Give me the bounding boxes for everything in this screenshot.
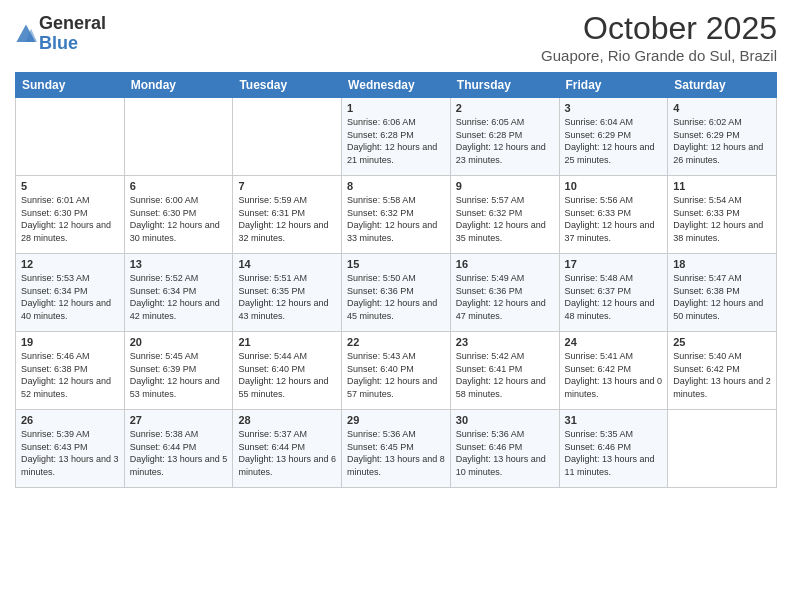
day-number: 6 xyxy=(130,180,228,192)
calendar-table: Sunday Monday Tuesday Wednesday Thursday… xyxy=(15,72,777,488)
cell-5-3: 28Sunrise: 5:37 AM Sunset: 6:44 PM Dayli… xyxy=(233,410,342,488)
day-number: 25 xyxy=(673,336,771,348)
cell-5-6: 31Sunrise: 5:35 AM Sunset: 6:46 PM Dayli… xyxy=(559,410,668,488)
cell-1-1 xyxy=(16,98,125,176)
logo-icon xyxy=(15,23,37,45)
day-info: Sunrise: 5:40 AM Sunset: 6:42 PM Dayligh… xyxy=(673,350,771,400)
cell-4-6: 24Sunrise: 5:41 AM Sunset: 6:42 PM Dayli… xyxy=(559,332,668,410)
cell-2-2: 6Sunrise: 6:00 AM Sunset: 6:30 PM Daylig… xyxy=(124,176,233,254)
cell-2-6: 10Sunrise: 5:56 AM Sunset: 6:33 PM Dayli… xyxy=(559,176,668,254)
cell-4-3: 21Sunrise: 5:44 AM Sunset: 6:40 PM Dayli… xyxy=(233,332,342,410)
day-number: 4 xyxy=(673,102,771,114)
cell-5-5: 30Sunrise: 5:36 AM Sunset: 6:46 PM Dayli… xyxy=(450,410,559,488)
cell-4-2: 20Sunrise: 5:45 AM Sunset: 6:39 PM Dayli… xyxy=(124,332,233,410)
day-info: Sunrise: 5:45 AM Sunset: 6:39 PM Dayligh… xyxy=(130,350,228,400)
cell-5-2: 27Sunrise: 5:38 AM Sunset: 6:44 PM Dayli… xyxy=(124,410,233,488)
col-sunday: Sunday xyxy=(16,73,125,98)
col-tuesday: Tuesday xyxy=(233,73,342,98)
day-number: 20 xyxy=(130,336,228,348)
day-info: Sunrise: 5:53 AM Sunset: 6:34 PM Dayligh… xyxy=(21,272,119,322)
day-number: 24 xyxy=(565,336,663,348)
day-info: Sunrise: 6:02 AM Sunset: 6:29 PM Dayligh… xyxy=(673,116,771,166)
cell-1-6: 3Sunrise: 6:04 AM Sunset: 6:29 PM Daylig… xyxy=(559,98,668,176)
cell-1-3 xyxy=(233,98,342,176)
day-info: Sunrise: 5:38 AM Sunset: 6:44 PM Dayligh… xyxy=(130,428,228,478)
day-number: 11 xyxy=(673,180,771,192)
cell-3-7: 18Sunrise: 5:47 AM Sunset: 6:38 PM Dayli… xyxy=(668,254,777,332)
week-row-1: 1Sunrise: 6:06 AM Sunset: 6:28 PM Daylig… xyxy=(16,98,777,176)
day-number: 7 xyxy=(238,180,336,192)
logo-general: General xyxy=(39,13,106,33)
calendar-body: 1Sunrise: 6:06 AM Sunset: 6:28 PM Daylig… xyxy=(16,98,777,488)
day-number: 12 xyxy=(21,258,119,270)
day-number: 30 xyxy=(456,414,554,426)
cell-1-7: 4Sunrise: 6:02 AM Sunset: 6:29 PM Daylig… xyxy=(668,98,777,176)
calendar-container: General Blue October 2025 Guapore, Rio G… xyxy=(0,0,792,498)
cell-3-3: 14Sunrise: 5:51 AM Sunset: 6:35 PM Dayli… xyxy=(233,254,342,332)
day-number: 17 xyxy=(565,258,663,270)
day-number: 26 xyxy=(21,414,119,426)
day-number: 16 xyxy=(456,258,554,270)
col-wednesday: Wednesday xyxy=(342,73,451,98)
day-number: 21 xyxy=(238,336,336,348)
day-info: Sunrise: 5:54 AM Sunset: 6:33 PM Dayligh… xyxy=(673,194,771,244)
week-row-4: 19Sunrise: 5:46 AM Sunset: 6:38 PM Dayli… xyxy=(16,332,777,410)
day-number: 29 xyxy=(347,414,445,426)
day-info: Sunrise: 5:36 AM Sunset: 6:46 PM Dayligh… xyxy=(456,428,554,478)
day-info: Sunrise: 5:56 AM Sunset: 6:33 PM Dayligh… xyxy=(565,194,663,244)
cell-4-7: 25Sunrise: 5:40 AM Sunset: 6:42 PM Dayli… xyxy=(668,332,777,410)
day-info: Sunrise: 6:04 AM Sunset: 6:29 PM Dayligh… xyxy=(565,116,663,166)
week-row-3: 12Sunrise: 5:53 AM Sunset: 6:34 PM Dayli… xyxy=(16,254,777,332)
day-number: 3 xyxy=(565,102,663,114)
day-info: Sunrise: 5:48 AM Sunset: 6:37 PM Dayligh… xyxy=(565,272,663,322)
day-info: Sunrise: 6:06 AM Sunset: 6:28 PM Dayligh… xyxy=(347,116,445,166)
title-block: October 2025 Guapore, Rio Grande do Sul,… xyxy=(541,10,777,64)
day-info: Sunrise: 6:00 AM Sunset: 6:30 PM Dayligh… xyxy=(130,194,228,244)
day-number: 10 xyxy=(565,180,663,192)
header: General Blue October 2025 Guapore, Rio G… xyxy=(15,10,777,64)
cell-4-5: 23Sunrise: 5:42 AM Sunset: 6:41 PM Dayli… xyxy=(450,332,559,410)
day-info: Sunrise: 5:50 AM Sunset: 6:36 PM Dayligh… xyxy=(347,272,445,322)
day-number: 22 xyxy=(347,336,445,348)
day-info: Sunrise: 5:41 AM Sunset: 6:42 PM Dayligh… xyxy=(565,350,663,400)
cell-1-4: 1Sunrise: 6:06 AM Sunset: 6:28 PM Daylig… xyxy=(342,98,451,176)
cell-1-5: 2Sunrise: 6:05 AM Sunset: 6:28 PM Daylig… xyxy=(450,98,559,176)
day-info: Sunrise: 5:36 AM Sunset: 6:45 PM Dayligh… xyxy=(347,428,445,478)
cell-5-7 xyxy=(668,410,777,488)
week-row-2: 5Sunrise: 6:01 AM Sunset: 6:30 PM Daylig… xyxy=(16,176,777,254)
day-info: Sunrise: 6:05 AM Sunset: 6:28 PM Dayligh… xyxy=(456,116,554,166)
day-info: Sunrise: 5:43 AM Sunset: 6:40 PM Dayligh… xyxy=(347,350,445,400)
cell-2-7: 11Sunrise: 5:54 AM Sunset: 6:33 PM Dayli… xyxy=(668,176,777,254)
calendar-header: Sunday Monday Tuesday Wednesday Thursday… xyxy=(16,73,777,98)
day-info: Sunrise: 5:52 AM Sunset: 6:34 PM Dayligh… xyxy=(130,272,228,322)
day-number: 1 xyxy=(347,102,445,114)
day-number: 14 xyxy=(238,258,336,270)
day-info: Sunrise: 5:51 AM Sunset: 6:35 PM Dayligh… xyxy=(238,272,336,322)
day-info: Sunrise: 5:59 AM Sunset: 6:31 PM Dayligh… xyxy=(238,194,336,244)
cell-2-4: 8Sunrise: 5:58 AM Sunset: 6:32 PM Daylig… xyxy=(342,176,451,254)
logo-text: General Blue xyxy=(39,14,106,54)
col-thursday: Thursday xyxy=(450,73,559,98)
col-saturday: Saturday xyxy=(668,73,777,98)
month-title: October 2025 xyxy=(541,10,777,47)
day-number: 13 xyxy=(130,258,228,270)
day-info: Sunrise: 5:44 AM Sunset: 6:40 PM Dayligh… xyxy=(238,350,336,400)
cell-1-2 xyxy=(124,98,233,176)
logo: General Blue xyxy=(15,14,106,54)
day-number: 23 xyxy=(456,336,554,348)
day-number: 2 xyxy=(456,102,554,114)
day-number: 19 xyxy=(21,336,119,348)
cell-3-6: 17Sunrise: 5:48 AM Sunset: 6:37 PM Dayli… xyxy=(559,254,668,332)
col-friday: Friday xyxy=(559,73,668,98)
day-info: Sunrise: 5:35 AM Sunset: 6:46 PM Dayligh… xyxy=(565,428,663,478)
cell-4-4: 22Sunrise: 5:43 AM Sunset: 6:40 PM Dayli… xyxy=(342,332,451,410)
day-info: Sunrise: 6:01 AM Sunset: 6:30 PM Dayligh… xyxy=(21,194,119,244)
day-number: 9 xyxy=(456,180,554,192)
day-info: Sunrise: 5:39 AM Sunset: 6:43 PM Dayligh… xyxy=(21,428,119,478)
cell-2-1: 5Sunrise: 6:01 AM Sunset: 6:30 PM Daylig… xyxy=(16,176,125,254)
day-info: Sunrise: 5:47 AM Sunset: 6:38 PM Dayligh… xyxy=(673,272,771,322)
day-number: 5 xyxy=(21,180,119,192)
day-number: 18 xyxy=(673,258,771,270)
day-info: Sunrise: 5:57 AM Sunset: 6:32 PM Dayligh… xyxy=(456,194,554,244)
location-subtitle: Guapore, Rio Grande do Sul, Brazil xyxy=(541,47,777,64)
